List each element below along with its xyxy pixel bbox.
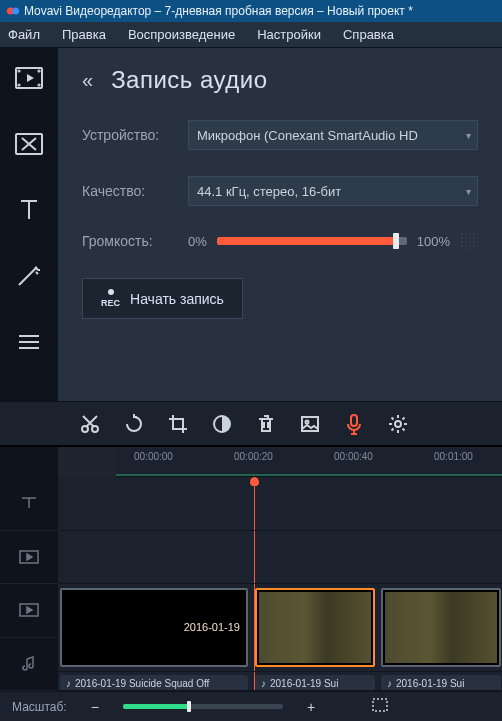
svg-marker-23 [27, 607, 32, 613]
svg-point-6 [18, 84, 19, 85]
track-audio-icon[interactable] [0, 638, 58, 692]
crop-button[interactable] [158, 404, 198, 444]
menu-settings[interactable]: Настройки [257, 27, 321, 42]
device-select[interactable]: Микрофон (Conexant SmartAudio HD [188, 120, 478, 150]
track-overlay-icon[interactable] [0, 531, 58, 585]
panel-title: Запись аудио [111, 66, 267, 94]
menubar: Файл Правка Воспроизведение Настройки Сп… [0, 22, 502, 48]
titlebar: Movavi Видеоредактор – 7-дневная пробная… [0, 0, 502, 22]
svg-point-7 [38, 70, 39, 71]
video-clip-1[interactable]: 2016-01-19 [60, 588, 248, 667]
mode-import[interactable] [11, 60, 47, 96]
delete-button[interactable] [246, 404, 286, 444]
svg-point-19 [395, 421, 401, 427]
zoom-in-button[interactable]: + [303, 699, 319, 715]
volume-label: Громкость: [82, 233, 178, 249]
svg-rect-24 [373, 699, 387, 711]
track-headers [0, 477, 58, 691]
quality-label: Качество: [82, 183, 178, 199]
svg-marker-21 [27, 554, 32, 560]
back-button[interactable]: « [82, 69, 93, 92]
zoom-out-button[interactable]: − [87, 699, 103, 715]
device-label: Устройство: [82, 127, 178, 143]
video-clip-2[interactable] [255, 588, 375, 667]
track-title-icon[interactable] [0, 477, 58, 531]
svg-point-17 [306, 420, 309, 423]
video-track: 2016-01-19 ♪ 2016-01-19 Suicide Squad Of… [58, 584, 502, 672]
overlay-track [58, 531, 502, 585]
menu-play[interactable]: Воспроизведение [128, 27, 235, 42]
zoom-label: Масштаб: [12, 700, 67, 714]
svg-marker-3 [27, 74, 34, 82]
zoom-bar: Масштаб: − + [0, 691, 502, 721]
quality-select[interactable]: 44.1 кГц, стерео, 16-бит [188, 176, 478, 206]
mode-transitions[interactable] [11, 126, 47, 162]
cut-button[interactable] [70, 404, 110, 444]
svg-rect-16 [302, 417, 318, 431]
audio-record-panel: « Запись аудио Устройство: Микрофон (Con… [58, 48, 502, 401]
timeline-ruler[interactable]: 00:00:00 00:00:20 00:00:40 00:01:00 [116, 447, 502, 477]
track-video-icon[interactable] [0, 584, 58, 638]
rec-icon: REC [101, 289, 120, 308]
color-adjust-button[interactable] [202, 404, 242, 444]
volume-slider[interactable] [217, 237, 407, 245]
mode-sidebar [0, 48, 58, 401]
timeline-toolbar [0, 401, 502, 447]
svg-point-5 [18, 70, 19, 71]
window-title: Movavi Видеоредактор – 7-дневная пробная… [24, 4, 413, 18]
svg-point-8 [38, 84, 39, 85]
clip-properties-button[interactable] [378, 404, 418, 444]
zoom-fit-button[interactable] [369, 697, 391, 716]
volume-full: 100% [417, 234, 450, 249]
image-properties-button[interactable] [290, 404, 330, 444]
volume-meter-icon [460, 232, 478, 250]
svg-rect-18 [351, 415, 357, 426]
volume-zero: 0% [188, 234, 207, 249]
timeline-tracks[interactable]: 2016-01-19 ♪ 2016-01-19 Suicide Squad Of… [58, 477, 502, 691]
audio-track [58, 672, 502, 691]
menu-edit[interactable]: Правка [62, 27, 106, 42]
video-clip-3[interactable] [381, 588, 501, 667]
zoom-slider[interactable] [123, 704, 283, 709]
record-label: Начать запись [130, 291, 224, 307]
menu-help[interactable]: Справка [343, 27, 394, 42]
mode-more[interactable] [11, 324, 47, 360]
mode-effects[interactable] [11, 258, 47, 294]
menu-file[interactable]: Файл [8, 27, 40, 42]
title-track [58, 477, 502, 531]
svg-point-1 [12, 8, 19, 15]
rotate-button[interactable] [114, 404, 154, 444]
start-record-button[interactable]: REC Начать запись [82, 278, 243, 319]
record-audio-button[interactable] [334, 404, 374, 444]
app-logo-icon [6, 4, 20, 18]
mode-titles[interactable] [11, 192, 47, 228]
